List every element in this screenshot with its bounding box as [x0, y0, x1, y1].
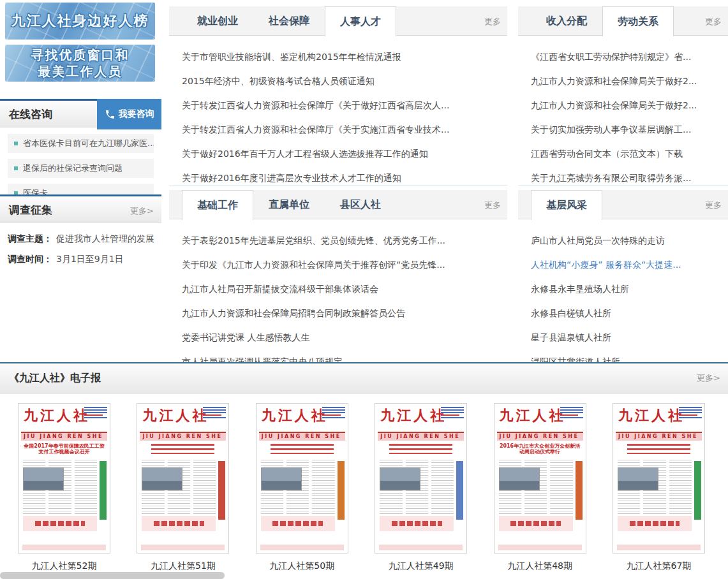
epaper-title: 《九江人社》电子报: [9, 372, 101, 385]
consult-question-item[interactable]: 退保后的社保记录查询问题: [8, 159, 154, 178]
news-item[interactable]: 关于九江亮城劳务有限公司取得劳务派...: [531, 166, 728, 190]
newspaper-footer-strip: [141, 545, 225, 550]
news-item[interactable]: 星子县温泉镇人社所: [531, 325, 728, 349]
square-bullet-icon: [14, 142, 18, 145]
tab[interactable]: 县区人社: [325, 190, 396, 219]
banner-good-people-text: 九江人社身边好人榜: [11, 11, 149, 31]
newspaper-footer-strip: [498, 545, 582, 550]
consult-button-label: 我要咨询: [119, 108, 154, 120]
tab[interactable]: 社会保障: [253, 6, 325, 35]
newspaper-thumbnail[interactable]: 九江人社 JIU JIANG REN SHE 九江人社第51期: [137, 403, 229, 572]
newspaper-footer-strip: [379, 545, 463, 550]
news-item[interactable]: 党委书记讲党课 人生感悟教人生: [182, 325, 507, 349]
newspaper-thumbnail[interactable]: 九江人社 JIU JIANG REN SHE 九江人社第50期: [256, 403, 348, 572]
news-item[interactable]: 九江市人社局召开新提拔交流科级干部集体谈话会: [182, 277, 507, 301]
newspaper-pinyin-band: JIU JIANG REN SHE: [259, 432, 345, 441]
news-item[interactable]: 关于转发江西省人力资源和社会保障厅《关于实施江西省专业技术...: [182, 117, 507, 142]
panel-labor-relations-more-link[interactable]: 更多: [705, 16, 722, 27]
news-item[interactable]: 九江市人力资源和社会保障局招聘合同制政策解答员公告: [182, 301, 507, 325]
newspaper-photo: [380, 467, 420, 490]
tab[interactable]: 劳动关系: [602, 6, 674, 36]
news-item[interactable]: 2015年经济中、初级资格考试合格人员领证通知: [182, 69, 507, 93]
horizontal-scrollbar-thumb[interactable]: [0, 572, 225, 579]
survey-more-link[interactable]: 更多>: [130, 205, 154, 217]
newspaper-caption[interactable]: 九江人社第49期: [375, 561, 467, 572]
newspaper-pinyin-band: JIU JIANG REN SHE: [616, 432, 702, 441]
newspaper-caption[interactable]: 九江人社第48期: [494, 561, 586, 572]
newspaper-thumbnail[interactable]: 九江人社 JIU JIANG REN SHE 九江人社第49期: [375, 403, 467, 572]
newspaper-issue-info: [441, 407, 464, 420]
consult-now-button[interactable]: 我要咨询: [97, 99, 161, 129]
newspaper-pinyin-band: JIU JIANG REN SHE: [497, 432, 583, 441]
newspaper-caption[interactable]: 九江人社第51期: [137, 561, 229, 572]
survey-row: 调查主题：促进我市人社管理的发展: [8, 233, 154, 245]
news-item[interactable]: 人社机构“小瘦身” 服务群众“大提速...: [531, 253, 728, 277]
epaper-more-link[interactable]: 更多>: [697, 372, 720, 384]
newspaper-thumbnail[interactable]: 九江人社 JIU JIANG REN SHE 全国2017年春节前保障农民工工资…: [18, 403, 110, 572]
news-item[interactable]: 九江市人力资源和社会保障局关于做好2...: [531, 93, 728, 117]
newspaper-accent-strip: [456, 461, 463, 520]
newspaper-caption[interactable]: 九江人社第67期: [613, 561, 705, 572]
panel-basic-work-more-link[interactable]: 更多: [484, 200, 501, 211]
survey-row-label: 调查时间：: [8, 254, 52, 264]
tab[interactable]: 基层风采: [531, 190, 602, 220]
news-item[interactable]: 关于表彰2015年先进基层党组织、党员创绩先锋、优秀党务工作...: [182, 228, 507, 253]
news-item[interactable]: 庐山市人社局党员一次特殊的走访: [531, 228, 728, 253]
tab[interactable]: 收入分配: [531, 6, 602, 35]
newspaper-page: 九江人社 JIU JIANG REN SHE 全国2017年春节前保障农民工工资…: [18, 403, 110, 553]
square-bullet-icon: [14, 166, 18, 170]
news-item[interactable]: 永修县白槎镇人社所: [531, 301, 728, 325]
newspaper-headline: [151, 444, 214, 454]
newspaper-caption[interactable]: 九江人社第50期: [256, 561, 348, 572]
newspaper-pinyin-band: JIU JIANG REN SHE: [378, 432, 464, 441]
epaper-header: 《九江人社》电子报 更多>: [0, 363, 728, 394]
online-consult-title: 在线咨询: [9, 107, 52, 122]
panel-labor-relations-news-list: 《江西省女职工劳动保护特别规定》省... 九江市人力资源和社会保障局关于做好2.…: [518, 36, 728, 190]
newspaper-feature-box: [142, 516, 216, 531]
tab[interactable]: 人事人才: [325, 6, 396, 36]
tab[interactable]: 直属单位: [253, 190, 325, 219]
panel-personnel-tabbar: 就业创业 社会保障 人事人才: [169, 6, 507, 36]
newspaper-page: 九江人社 JIU JIANG REN SHE: [375, 403, 467, 553]
panel-personnel-more-link[interactable]: 更多: [484, 16, 501, 27]
panel-grassroots-tabbar: 基层风采: [518, 190, 728, 219]
newspaper-masthead-area: 九江人社: [19, 404, 110, 432]
banner-good-people-list[interactable]: 九江人社身边好人榜: [5, 3, 155, 40]
newspaper-page: 九江人社 JIU JIANG REN SHE: [613, 403, 705, 553]
newspaper-masthead-area: 九江人社: [256, 404, 348, 432]
survey-row-label: 调查主题：: [8, 233, 52, 244]
tab[interactable]: 就业创业: [182, 6, 253, 35]
newspaper-masthead-area: 九江人社: [494, 404, 586, 432]
newspaper-pinyin-band: JIU JIANG REN SHE: [21, 432, 107, 441]
news-item[interactable]: 永修县永丰垦殖场人社所: [531, 277, 728, 301]
banner-quality-window[interactable]: 寻找优质窗口和 最美工作人员: [5, 45, 155, 82]
news-item[interactable]: 江西省劳动合同文本（示范文本）下载: [531, 142, 728, 166]
news-item[interactable]: 关于切实加强劳动人事争议基层调解工...: [531, 117, 728, 142]
news-item[interactable]: 关于市管职业技能培训、鉴定机构2015年年检情况通报: [182, 45, 507, 69]
newspaper-issue-info: [560, 407, 583, 420]
news-item[interactable]: 关于印发《九江市人力资源和社会保障局关于推荐创评“党员先锋...: [182, 253, 507, 277]
panel-grassroots-more-link[interactable]: 更多: [705, 200, 722, 211]
consult-question-item[interactable]: 省本医保卡目前可在九江哪几家医...: [8, 134, 154, 153]
tab[interactable]: 基础工作: [182, 190, 253, 220]
survey-row-value: 3月1日至9月1日: [56, 254, 124, 264]
newspaper-photo: [499, 467, 540, 490]
epaper-thumbnails: 九江人社 JIU JIANG REN SHE 全国2017年春节前保障农民工工资…: [0, 394, 728, 572]
news-item[interactable]: 《江西省女职工劳动保护特别规定》省...: [531, 45, 728, 69]
news-item[interactable]: 九江市人力资源和社会保障局关于做好2...: [531, 69, 728, 93]
newspaper-feature-box: [499, 516, 573, 531]
news-item[interactable]: 关于做好2016年度引进高层次专业技术人才工作的通知: [182, 166, 507, 190]
survey-section: 调查征集 更多> 调查主题：促进我市人社管理的发展 调查时间：3月1日至9月1日: [0, 194, 161, 274]
news-item[interactable]: 关于转发江西省人力资源和社会保障厅《关于做好江西省高层次人...: [182, 93, 507, 117]
page: 九江人社身边好人榜 寻找优质窗口和 最美工作人员 在线咨询 我要咨询 省本医保卡…: [0, 0, 728, 579]
survey-header: 调查征集 更多>: [0, 194, 161, 223]
panel-basic-work-tabbar: 基础工作 直属单位 县区人社: [169, 190, 507, 219]
newspaper-headline: [389, 444, 452, 454]
newspaper-thumbnail[interactable]: 九江人社 JIU JIANG REN SHE 九江人社第67期: [613, 403, 705, 572]
news-item[interactable]: 关于做好2016年百千万人才工程省级人选选拔推荐工作的通知: [182, 142, 507, 166]
newspaper-masthead-area: 九江人社: [137, 404, 228, 432]
newspaper-caption[interactable]: 九江人社第52期: [18, 561, 110, 572]
newspaper-thumbnail[interactable]: 九江人社 JIU JIANG REN SHE 2016年九江市大众创业万众创新活…: [494, 403, 586, 572]
sidebar: 九江人社身边好人榜 寻找优质窗口和 最美工作人员 在线咨询 我要咨询 省本医保卡…: [0, 0, 161, 362]
panel-personnel: 就业创业 社会保障 人事人才 更多 关于市管职业技能培训、鉴定机构2015年年检…: [169, 6, 507, 190]
